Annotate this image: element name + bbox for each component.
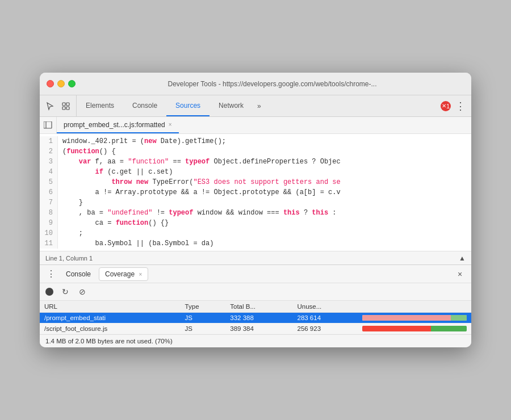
coverage-table: URL Type Total B... Unuse... /prompt_emb… [40, 301, 471, 334]
tab-more[interactable]: » [253, 95, 266, 116]
cell-type: JS [181, 324, 226, 334]
col-header-url[interactable]: URL [40, 301, 181, 313]
status-bar: Line 1, Column 1 ▲ [40, 251, 471, 264]
usage-bar [362, 326, 467, 331]
file-tab-close[interactable]: × [169, 121, 172, 128]
error-badge: ✕ 1 [441, 101, 451, 111]
col-header-bar [358, 301, 471, 313]
tab-sources[interactable]: Sources [166, 95, 210, 116]
code-editor-area: 1 2 3 4 5 6 7 8 9 10 11 window._402.prlt… [40, 134, 471, 251]
table-row[interactable]: /prompt_embed_stati JS 332 388 283 614 [40, 313, 471, 324]
scroll-to-top-icon[interactable]: ▲ [459, 254, 466, 262]
panel-tab-coverage[interactable]: Coverage × [99, 267, 148, 281]
close-button[interactable] [47, 80, 54, 87]
main-toolbar: Elements Console Sources Network » ✕ 1 ⋮ [40, 95, 471, 117]
tab-elements[interactable]: Elements [77, 95, 123, 116]
code-content[interactable]: window._402.prlt = (new Date).getTime();… [58, 136, 471, 249]
cursor-icon[interactable] [44, 100, 56, 112]
panel-close-button[interactable]: × [453, 267, 467, 281]
minimize-button[interactable] [57, 80, 65, 87]
tab-network[interactable]: Network [210, 95, 253, 116]
cell-bar [358, 313, 471, 324]
tab-bar: Elements Console Sources Network » [77, 95, 266, 116]
line-numbers: 1 2 3 4 5 6 7 8 9 10 11 [40, 136, 58, 249]
coverage-footer: 1.4 MB of 2.0 MB bytes are not used. (70… [40, 334, 471, 347]
toolbar-menu-button[interactable]: ⋮ [455, 100, 466, 112]
panel-tab-console[interactable]: Console [60, 268, 97, 280]
used-bar [431, 326, 467, 331]
panel-tab-bar: ⋮ Console Coverage × × [40, 265, 471, 283]
col-header-type[interactable]: Type [181, 301, 226, 313]
usage-bar [362, 315, 467, 321]
cell-unused: 256 923 [292, 324, 358, 334]
cell-unused: 283 614 [292, 313, 358, 324]
cursor-position: Line 1, Column 1 [45, 255, 93, 262]
record-button[interactable] [45, 288, 53, 296]
cell-type: JS [181, 313, 226, 324]
coverage-table-container: URL Type Total B... Unuse... /prompt_emb… [40, 301, 471, 334]
cell-total: 332 388 [225, 313, 292, 324]
svg-rect-3 [66, 107, 69, 110]
col-header-total[interactable]: Total B... [225, 301, 292, 313]
svg-rect-2 [62, 107, 65, 110]
sidebar-toggle[interactable] [40, 117, 57, 133]
toolbar-icons [40, 95, 77, 116]
clear-button[interactable]: ⊘ [77, 287, 87, 297]
devtools-window: Developer Tools - https://developers.goo… [40, 73, 471, 347]
traffic-lights [47, 80, 76, 87]
maximize-button[interactable] [68, 80, 76, 87]
file-tab-active[interactable]: prompt_embed_st...c.js:formatted × [57, 117, 179, 133]
col-header-unused[interactable]: Unuse... [292, 301, 358, 313]
file-tab-bar: prompt_embed_st...c.js:formatted × [40, 117, 471, 134]
titlebar: Developer Tools - https://developers.goo… [40, 73, 471, 95]
panel-menu-icon[interactable]: ⋮ [44, 267, 58, 281]
used-bar [451, 315, 467, 321]
table-row[interactable]: /script_foot_closure.js JS 389 384 256 9… [40, 324, 471, 334]
code-editor[interactable]: 1 2 3 4 5 6 7 8 9 10 11 window._402.prlt… [40, 134, 471, 251]
unused-bar [362, 326, 431, 331]
unused-bar [362, 315, 451, 321]
cell-bar [358, 324, 471, 334]
cell-url: /prompt_embed_stati [40, 313, 181, 324]
cell-total: 389 384 [225, 324, 292, 334]
toolbar-right: ✕ 1 ⋮ [435, 95, 471, 116]
window-title: Developer Tools - https://developers.goo… [80, 80, 464, 88]
svg-rect-0 [62, 103, 65, 106]
svg-rect-4 [44, 121, 52, 128]
inspect-icon[interactable] [60, 100, 72, 112]
cell-url: /script_foot_closure.js [40, 324, 181, 334]
reload-button[interactable]: ↻ [60, 287, 70, 297]
svg-rect-1 [66, 103, 69, 106]
file-tab-name: prompt_embed_st...c.js:formatted [64, 121, 165, 129]
tab-console[interactable]: Console [123, 95, 166, 116]
coverage-toolbar: ↻ ⊘ [40, 283, 471, 301]
panel-tab-coverage-close[interactable]: × [139, 271, 142, 278]
bottom-panel: ⋮ Console Coverage × × ↻ ⊘ URL Type [40, 264, 471, 347]
